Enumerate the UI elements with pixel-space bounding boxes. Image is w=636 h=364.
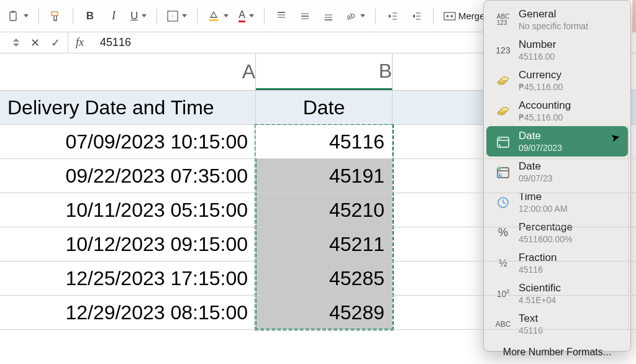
align-top-button[interactable] <box>272 7 291 25</box>
cell[interactable]: 45211 <box>256 227 393 261</box>
cell[interactable] <box>393 125 629 158</box>
italic-button[interactable]: I <box>104 7 123 25</box>
cell[interactable]: 12/29/2023 08:15:00 <box>0 296 256 329</box>
cell[interactable] <box>393 262 629 295</box>
format-option-general-0[interactable]: ABC123GeneralNo specific format <box>486 4 628 35</box>
table-row: 09/22/2023 07:35:0045191 <box>0 159 636 193</box>
format-type-icon: ABC123 <box>495 14 511 26</box>
svg-text:ab: ab <box>345 11 357 22</box>
align-bottom-button[interactable] <box>319 7 338 25</box>
format-title: Currency <box>519 69 563 81</box>
svg-rect-2 <box>168 11 178 21</box>
format-sample: 45116.00 <box>519 52 556 61</box>
svg-point-25 <box>501 77 509 81</box>
bold-button[interactable]: B <box>81 7 99 25</box>
cell[interactable]: 09/22/2023 07:35:00 <box>0 159 256 193</box>
separator <box>433 8 434 24</box>
header-cell-a[interactable]: Delivery Date and Time <box>0 91 256 124</box>
chevron-down-icon <box>142 14 147 17</box>
chevron-down-icon <box>249 14 254 17</box>
cell[interactable] <box>393 227 629 261</box>
fill-color-button[interactable] <box>205 7 231 25</box>
separator <box>157 8 157 24</box>
font-color-button[interactable]: A <box>236 7 257 25</box>
table-row: 10/11/2023 05:15:0045210 <box>0 193 636 227</box>
format-title: Accounting <box>519 99 571 112</box>
cell[interactable]: 45116 <box>256 125 393 158</box>
cell[interactable] <box>393 193 629 227</box>
chevron-down-icon <box>224 14 229 17</box>
cell[interactable]: 07/09/2023 10:15:00 <box>0 125 256 158</box>
separator <box>39 8 39 24</box>
svg-rect-0 <box>10 12 16 20</box>
align-middle-button[interactable] <box>296 7 314 25</box>
col-header-b[interactable]: B <box>256 53 393 90</box>
underline-button[interactable]: U <box>128 7 149 25</box>
fx-label[interactable]: fx <box>68 36 91 49</box>
separator <box>264 8 265 24</box>
cell[interactable] <box>393 159 629 193</box>
borders-button[interactable] <box>165 7 189 25</box>
more-number-formats[interactable]: More Number Formats... <box>484 339 630 362</box>
chevron-down-icon <box>182 14 187 17</box>
table-row: 12/25/2023 17:15:0045285 <box>0 262 636 296</box>
table-row: 07/09/2023 10:15:0045116 <box>0 125 636 159</box>
underline-label: U <box>130 10 138 22</box>
cell[interactable]: 45285 <box>256 262 393 295</box>
chevron-down-icon <box>24 14 29 17</box>
cell[interactable]: 45289 <box>256 296 393 329</box>
col-header-a[interactable]: A <box>0 53 256 90</box>
table-row: 12/29/2023 08:15:0045289 <box>0 296 636 330</box>
format-option-number-1[interactable]: 123Number45116.00 <box>486 35 628 65</box>
namebox-stepper[interactable] <box>13 39 19 47</box>
separator <box>197 8 198 24</box>
cell[interactable] <box>393 296 629 329</box>
format-option-currency-2[interactable]: Currency₱45,116.00 <box>486 65 628 96</box>
format-type-icon <box>495 106 511 117</box>
format-painter-button[interactable] <box>47 7 65 25</box>
format-title: General <box>519 8 588 20</box>
increase-indent-button[interactable] <box>407 7 425 25</box>
format-sample: No specific format <box>519 21 588 31</box>
svg-point-28 <box>501 107 509 111</box>
format-option-accounting-3[interactable]: Accounting₱45,116.00 <box>486 96 628 126</box>
cell[interactable]: 12/25/2023 17:15:00 <box>0 262 256 295</box>
svg-rect-1 <box>12 11 14 12</box>
header-cell-b[interactable]: Date <box>256 91 393 124</box>
clipboard-dropdown[interactable] <box>5 7 31 25</box>
table-row: 10/12/2023 09:15:0045211 <box>0 227 636 262</box>
chevron-down-icon <box>360 14 365 17</box>
orientation-button[interactable]: ab <box>343 7 368 25</box>
svg-rect-5 <box>209 19 218 21</box>
right-edge-strip <box>632 0 636 32</box>
format-sample: ₱45,116.00 <box>519 112 571 122</box>
cell[interactable]: 45210 <box>256 193 393 227</box>
separator <box>375 8 376 24</box>
decrease-indent-button[interactable] <box>383 7 402 25</box>
separator <box>73 8 73 24</box>
cell[interactable]: 10/11/2023 05:15:00 <box>0 193 256 227</box>
confirm-icon[interactable]: ✓ <box>51 36 60 50</box>
cancel-icon[interactable]: ✕ <box>30 36 40 50</box>
cell[interactable]: 10/12/2023 09:15:00 <box>0 227 256 261</box>
svg-rect-22 <box>444 12 455 20</box>
format-type-icon: 123 <box>495 45 511 55</box>
format-type-icon <box>495 75 511 86</box>
format-sample: ₱45,116.00 <box>519 82 563 92</box>
formula-bar-controls: ✕ ✓ <box>0 32 68 53</box>
cell[interactable]: 45191 <box>256 159 393 193</box>
format-title: Number <box>519 39 556 51</box>
